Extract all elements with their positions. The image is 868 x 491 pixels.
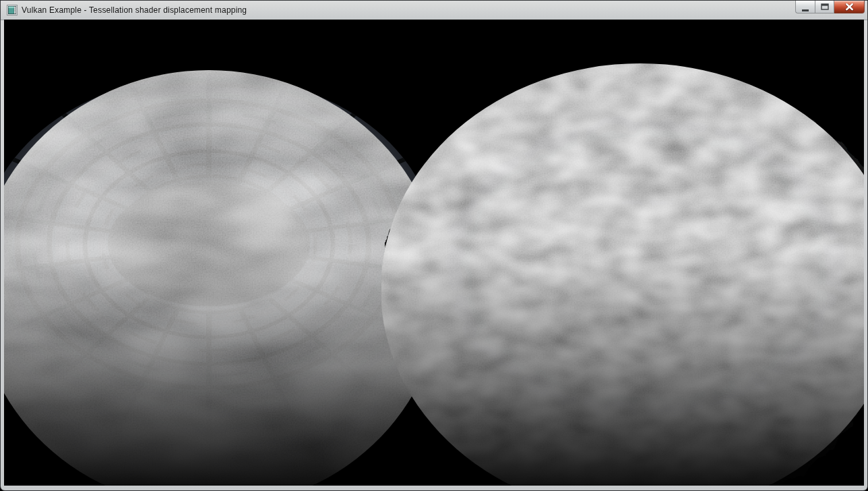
bottom-vignette [4, 20, 864, 486]
close-icon [845, 3, 854, 11]
window-title: Vulkan Example - Tessellation shader dis… [22, 5, 247, 15]
maximize-icon [821, 3, 829, 10]
app-window: Vulkan Example - Tessellation shader dis… [0, 0, 868, 491]
vulkan-scene [4, 20, 864, 486]
window-controls [795, 1, 865, 13]
maximize-button[interactable] [815, 1, 834, 13]
close-button[interactable] [834, 1, 865, 13]
render-viewport[interactable] [4, 20, 864, 486]
titlebar[interactable]: Vulkan Example - Tessellation shader dis… [1, 1, 867, 20]
minimize-icon [801, 5, 809, 13]
app-icon [7, 5, 18, 16]
minimize-button[interactable] [795, 1, 815, 13]
